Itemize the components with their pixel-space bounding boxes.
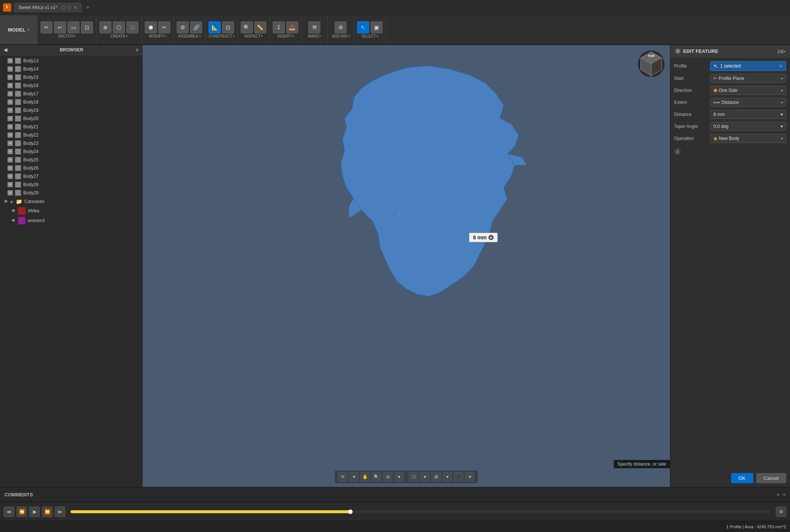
display-dropdown[interactable]: ▾ bbox=[420, 472, 430, 482]
inspect-tool-2[interactable]: 📏 bbox=[254, 21, 266, 33]
visibility-icon[interactable]: 👁 bbox=[8, 157, 13, 162]
insert-label[interactable]: INSERT ▾ bbox=[278, 34, 294, 38]
visibility-icon[interactable]: 👁 bbox=[8, 83, 13, 88]
playback-last-button[interactable]: ⏭ bbox=[55, 506, 65, 517]
list-item[interactable]: 👁 Body24 bbox=[0, 147, 142, 156]
modify-tool-1[interactable]: ⬟ bbox=[145, 21, 157, 33]
visibility-icon[interactable]: 👁 bbox=[8, 91, 13, 96]
visibility-icon[interactable]: 👁 bbox=[11, 218, 16, 223]
create-tool-1[interactable]: ⊕ bbox=[99, 21, 111, 33]
modify-label[interactable]: MODIFY ▾ bbox=[149, 34, 166, 38]
insert-tool-1[interactable]: ↧ bbox=[273, 21, 285, 33]
distance-badge-arrow[interactable]: ▾ bbox=[488, 235, 494, 240]
visibility-icon[interactable]: 👁 bbox=[8, 141, 13, 146]
orbit-dropdown[interactable]: ▾ bbox=[349, 472, 359, 482]
timeline[interactable] bbox=[71, 510, 770, 513]
model-dropdown[interactable]: MODEL ▾ bbox=[0, 15, 38, 44]
canvases-folder[interactable]: 👁 ▶ 📁 Canvases bbox=[0, 197, 142, 206]
inspect-tool-1[interactable]: 🔍 bbox=[241, 21, 253, 33]
insert-tool-2[interactable]: 📥 bbox=[286, 21, 298, 33]
comments-collapse-icon[interactable]: ≡ bbox=[782, 492, 785, 497]
visibility-icon[interactable]: 👁 bbox=[8, 124, 13, 129]
settings-button[interactable]: ⚙ bbox=[776, 506, 786, 517]
pan-tool[interactable]: ✋ bbox=[360, 472, 370, 482]
browser-collapse-icon[interactable]: ◀ bbox=[4, 47, 7, 53]
visibility-icon[interactable]: 👁 bbox=[8, 99, 13, 105]
select-tool-2[interactable]: ▣ bbox=[371, 21, 383, 33]
list-item[interactable]: 👁 Body20 bbox=[0, 114, 142, 123]
direction-field[interactable]: ⬟ One Side ▾ bbox=[710, 86, 786, 95]
construct-tool-2[interactable]: ⊡ bbox=[222, 21, 234, 33]
viewport[interactable]: ↕ 8 mm ▾ TOP X Y Z bbox=[143, 45, 670, 487]
list-item[interactable]: 👁 Body25 bbox=[0, 156, 142, 164]
make-tool-1[interactable]: ⚒ bbox=[308, 21, 320, 33]
visibility-icon[interactable]: 👁 bbox=[8, 149, 13, 154]
orientation-cube[interactable]: TOP X Y Z bbox=[636, 49, 666, 79]
view-dropdown[interactable]: ▾ bbox=[465, 472, 475, 482]
visibility-icon[interactable]: 👁 bbox=[8, 132, 13, 138]
zoom-in-tool[interactable]: 🔍 bbox=[372, 472, 381, 482]
construct-tool-1[interactable]: 📐 bbox=[209, 21, 221, 33]
operation-field[interactable]: ◉ New Body ▾ bbox=[710, 134, 786, 143]
list-item[interactable]: 👁 Afrika bbox=[0, 206, 142, 216]
grid-dropdown[interactable]: ▾ bbox=[443, 472, 452, 482]
list-item[interactable]: 👁 Body29 bbox=[0, 189, 142, 197]
zoom-dropdown[interactable]: ▾ bbox=[394, 472, 404, 482]
timeline-thumb[interactable] bbox=[348, 509, 353, 514]
start-field[interactable]: ⊢ Profile Plane ▾ bbox=[710, 74, 786, 83]
app-tab[interactable]: Sweet Africa v1 v1* ✕ bbox=[14, 3, 81, 12]
create-tool-2[interactable]: ⬡ bbox=[113, 21, 125, 33]
visibility-icon[interactable]: 👁 bbox=[8, 182, 13, 187]
select-label[interactable]: SELECT ▾ bbox=[361, 34, 378, 38]
addins-tool-1[interactable]: ⚙ bbox=[335, 21, 347, 33]
playback-prev-button[interactable]: ⏪ bbox=[17, 506, 27, 517]
orbit-tool[interactable]: ⟳ bbox=[338, 472, 348, 482]
list-item[interactable]: 👁 Body15 bbox=[0, 73, 142, 81]
visibility-icon[interactable]: 👁 bbox=[8, 66, 13, 72]
sketch-tool-2[interactable]: ↩ bbox=[54, 21, 66, 33]
list-item[interactable]: 👁 Body26 bbox=[0, 164, 142, 172]
comments-add-icon[interactable]: + bbox=[777, 492, 780, 497]
visibility-icon[interactable]: 👁 bbox=[8, 116, 13, 121]
view-cube-tool[interactable]: ⬛ bbox=[454, 472, 464, 482]
assemble-label[interactable]: ASSEMBLE ▾ bbox=[178, 34, 201, 38]
select-tool-1[interactable]: ↖ bbox=[357, 21, 369, 33]
list-item[interactable]: 👁 Body17 bbox=[0, 90, 142, 98]
assemble-tool-2[interactable]: 🔗 bbox=[190, 21, 202, 33]
create-label[interactable]: CREATE ▾ bbox=[110, 34, 128, 38]
profile-clear-icon[interactable]: ✕ bbox=[779, 63, 783, 69]
browser-menu-icon[interactable]: ≡ bbox=[136, 47, 138, 53]
list-item[interactable]: 👁 Body18 bbox=[0, 98, 142, 106]
visibility-icon[interactable]: 👁 bbox=[8, 174, 13, 179]
folder-collapse-icon[interactable]: ▶ bbox=[11, 200, 14, 204]
make-label[interactable]: MAKE ▾ bbox=[308, 34, 321, 38]
display-mode-tool[interactable]: ⬡ bbox=[409, 472, 419, 482]
list-item[interactable]: 👁 Body13 bbox=[0, 57, 142, 65]
playback-next-button[interactable]: ⏩ bbox=[42, 506, 53, 517]
taper-field[interactable]: 0.0 deg ▾ bbox=[710, 122, 786, 131]
playback-first-button[interactable]: ⏮ bbox=[4, 506, 14, 517]
list-item[interactable]: 👁 Body23 bbox=[0, 139, 142, 147]
ok-button[interactable]: OK bbox=[731, 473, 753, 483]
visibility-icon[interactable]: 👁 bbox=[8, 108, 13, 113]
list-item[interactable]: 👁 Body21 bbox=[0, 123, 142, 131]
list-item[interactable]: 👁 women3 bbox=[0, 216, 142, 225]
modify-tool-2[interactable]: ✂ bbox=[158, 21, 170, 33]
cancel-button[interactable]: Cancel bbox=[756, 473, 786, 483]
tab-close[interactable]: ✕ bbox=[74, 5, 77, 10]
list-item[interactable]: 👁 Body16 bbox=[0, 81, 142, 90]
list-item[interactable]: 👁 Body28 bbox=[0, 180, 142, 189]
info-icon[interactable]: ℹ bbox=[674, 148, 681, 155]
visibility-icon[interactable]: 👁 bbox=[8, 165, 13, 171]
extent-field[interactable]: ⟺ Distance ▾ bbox=[710, 98, 786, 107]
sketch-tool-4[interactable]: ⊡ bbox=[81, 21, 93, 33]
addins-label[interactable]: ADD-INS ▾ bbox=[332, 34, 350, 38]
sketch-tool-1[interactable]: ✏ bbox=[41, 21, 53, 33]
list-item[interactable]: 👁 Body27 bbox=[0, 172, 142, 180]
visibility-icon[interactable]: 👁 bbox=[11, 208, 16, 213]
visibility-icon[interactable]: 👁 bbox=[8, 75, 13, 80]
assemble-tool-1[interactable]: ⚙ bbox=[177, 21, 189, 33]
create-tool-3[interactable]: □ bbox=[126, 21, 138, 33]
visibility-icon[interactable]: 👁 bbox=[8, 190, 13, 195]
list-item[interactable]: 👁 Body22 bbox=[0, 131, 142, 139]
